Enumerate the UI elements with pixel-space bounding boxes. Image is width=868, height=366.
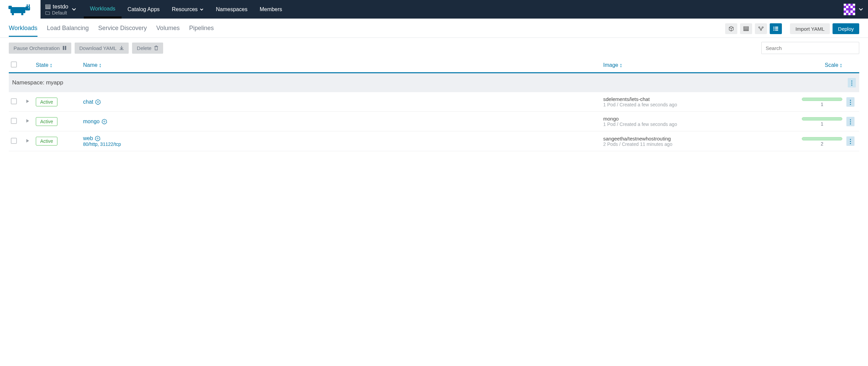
svg-rect-7 <box>29 4 30 6</box>
view-stack-icon[interactable] <box>740 23 752 34</box>
svg-rect-0 <box>10 7 25 13</box>
workload-name-link[interactable]: chat <box>83 99 93 105</box>
search-box <box>761 42 859 54</box>
svg-point-15 <box>762 27 763 28</box>
svg-rect-4 <box>21 12 23 15</box>
pause-orchestration-button[interactable]: Pause Orchestration <box>9 43 71 54</box>
port-link[interactable]: 31122/tcp <box>100 141 121 147</box>
view-cube-icon[interactable] <box>725 23 737 34</box>
svg-point-5 <box>28 7 29 8</box>
state-badge: Active <box>36 98 57 106</box>
svg-rect-9 <box>46 6 50 7</box>
image-meta: 1 Pod / Created a few seconds ago <box>603 102 788 107</box>
svg-rect-1 <box>8 6 12 9</box>
select-all-checkbox[interactable] <box>11 61 17 68</box>
table-row: Active chat sdelements/lets-chat 1 Pod /… <box>9 92 859 112</box>
import-yaml-button[interactable]: Import YAML <box>790 23 830 34</box>
tab-pipelines[interactable]: Pipelines <box>189 25 214 36</box>
svg-rect-8 <box>46 5 50 6</box>
svg-point-28 <box>104 121 105 122</box>
namespace-label: Namespace: myapp <box>9 73 844 93</box>
port-link[interactable]: 80/http <box>83 141 98 147</box>
pause-icon <box>62 46 67 50</box>
search-input[interactable] <box>761 42 859 54</box>
project-selector[interactable]: testdo Default <box>41 0 84 19</box>
view-group-icon[interactable] <box>755 23 767 34</box>
scale-indicator: 1 <box>802 117 842 127</box>
sort-icon: ▲▼ <box>619 63 622 68</box>
sort-icon: ▲▼ <box>840 63 842 68</box>
col-image[interactable]: Image▲▼ <box>601 58 790 73</box>
nav-members[interactable]: Members <box>254 0 288 19</box>
row-checkbox[interactable] <box>11 98 17 104</box>
svg-rect-22 <box>775 30 778 31</box>
expand-row-icon[interactable] <box>26 138 30 143</box>
nav-workloads[interactable]: Workloads <box>84 0 121 19</box>
download-icon <box>119 46 124 50</box>
tab-service-discovery[interactable]: Service Discovery <box>98 25 147 36</box>
row-actions-menu[interactable]: ⋯ <box>846 97 854 107</box>
sort-icon: ▲▼ <box>50 63 52 68</box>
svg-point-30 <box>97 138 98 139</box>
user-menu[interactable] <box>839 0 868 19</box>
tab-load-balancing[interactable]: Load Balancing <box>47 25 89 36</box>
col-state[interactable]: State▲▼ <box>34 58 81 73</box>
svg-rect-2 <box>25 6 30 10</box>
sort-icon: ▲▼ <box>99 63 102 68</box>
stack-icon <box>45 4 51 9</box>
nav-catalog-apps[interactable]: Catalog Apps <box>122 0 166 19</box>
row-checkbox[interactable] <box>11 118 17 124</box>
tab-workloads[interactable]: Workloads <box>9 25 37 36</box>
svg-rect-3 <box>12 12 14 15</box>
action-bar: Pause Orchestration Download YAML Delete <box>0 38 868 58</box>
image-name: sangeetha/testnewhostrouting <box>603 136 788 141</box>
svg-rect-23 <box>63 46 64 50</box>
svg-rect-17 <box>773 27 774 28</box>
nav-resources[interactable]: Resources <box>166 0 210 19</box>
project-namespace: Default <box>52 10 67 16</box>
svg-point-26 <box>97 101 99 103</box>
table-row: Active web 80/http, 31122/tcp sangeetha/… <box>9 131 859 151</box>
avatar-icon <box>844 4 855 15</box>
logo[interactable] <box>0 0 41 19</box>
svg-rect-11 <box>744 27 748 28</box>
row-actions-menu[interactable]: ⋯ <box>846 136 854 146</box>
deploy-button[interactable]: Deploy <box>833 23 859 34</box>
kubernetes-icon <box>95 99 101 105</box>
svg-rect-19 <box>773 28 774 29</box>
svg-marker-27 <box>102 119 107 124</box>
workload-name-link[interactable]: mongo <box>83 119 100 125</box>
image-name: mongo <box>603 116 788 122</box>
expand-row-icon[interactable] <box>26 119 30 123</box>
download-yaml-button[interactable]: Download YAML <box>75 43 129 54</box>
workloads-table: State▲▼ Name▲▼ Image▲▼ Scale▲▼ Namespace… <box>9 58 859 151</box>
row-checkbox[interactable] <box>11 138 17 144</box>
kubernetes-icon <box>102 119 107 124</box>
project-name: testdo <box>53 3 68 10</box>
top-nav: testdo Default Workloads Catalog Apps Re… <box>0 0 868 19</box>
svg-point-16 <box>760 29 762 30</box>
namespace-actions-menu[interactable]: ⋯ <box>848 78 856 87</box>
kubernetes-icon <box>95 136 100 141</box>
workload-name-link[interactable]: web <box>83 135 93 141</box>
scale-indicator: 2 <box>802 137 842 147</box>
namespace-group-row: Namespace: myapp ⋯ <box>9 73 859 93</box>
chevron-down-icon <box>859 8 863 11</box>
view-list-icon[interactable] <box>770 23 782 34</box>
rancher-logo-icon <box>8 4 32 15</box>
tab-volumes[interactable]: Volumes <box>156 25 180 36</box>
row-actions-menu[interactable]: ⋯ <box>846 117 854 126</box>
nav-items: Workloads Catalog Apps Resources Namespa… <box>84 0 288 19</box>
nav-namespaces[interactable]: Namespaces <box>210 0 253 19</box>
svg-rect-21 <box>773 30 774 31</box>
delete-button[interactable]: Delete <box>132 43 163 54</box>
expand-row-icon[interactable] <box>26 99 30 104</box>
table-row: Active mongo mongo 1 Pod / Created a few… <box>9 112 859 131</box>
scale-indicator: 1 <box>802 98 842 107</box>
folder-icon <box>45 11 50 15</box>
col-name[interactable]: Name▲▼ <box>81 58 601 73</box>
image-meta: 1 Pod / Created a few seconds ago <box>603 122 788 127</box>
svg-rect-12 <box>744 28 748 29</box>
sub-nav: Workloads Load Balancing Service Discove… <box>0 19 868 38</box>
col-scale[interactable]: Scale▲▼ <box>790 58 844 73</box>
